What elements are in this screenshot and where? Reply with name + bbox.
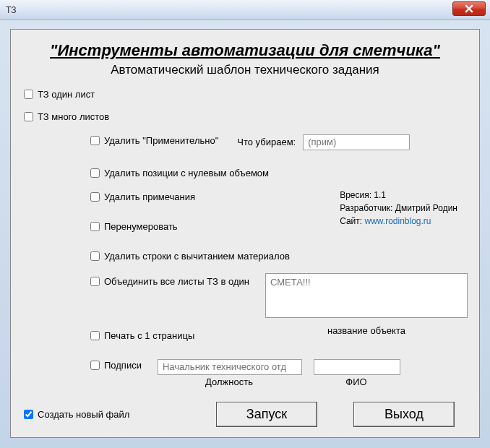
checkbox-del-minus-mat[interactable] xyxy=(90,251,100,261)
label-position: Должность xyxy=(157,376,301,387)
input-what-remove[interactable] xyxy=(303,134,410,150)
run-button[interactable]: Запуск xyxy=(216,402,317,427)
label-signatures: Подписи xyxy=(104,360,142,371)
close-button[interactable] xyxy=(452,1,486,16)
checkbox-many-sheets[interactable] xyxy=(24,112,33,121)
row-signatures: Подписи xyxy=(87,358,469,375)
checkbox-merge[interactable] xyxy=(90,277,100,286)
checkbox-one-sheet[interactable] xyxy=(24,90,33,99)
exit-button[interactable]: Выход xyxy=(353,402,455,427)
label-create-new: Создать новый файл xyxy=(38,409,129,420)
label-many-sheets: ТЗ много листов xyxy=(38,111,109,122)
checkbox-signatures[interactable] xyxy=(90,361,100,370)
info-site-label: Сайт: xyxy=(340,216,364,226)
label-del-notes: Удалить примечания xyxy=(104,191,195,202)
window-title: ТЗ xyxy=(6,5,16,15)
label-del-minus-mat: Удалить строки с вычитанием материалов xyxy=(104,251,290,262)
checkbox-renumber[interactable] xyxy=(90,222,100,231)
close-icon xyxy=(465,4,473,13)
label-fio: ФИО xyxy=(313,376,400,387)
main-panel: "Инструменты автоматизации для сметчика"… xyxy=(10,29,480,438)
input-fio[interactable] xyxy=(314,359,400,375)
label-object-name: название объекта xyxy=(265,325,468,336)
bottom-row: Создать новый файл Запуск Выход xyxy=(21,402,469,427)
input-position[interactable] xyxy=(158,359,302,375)
info-block: Вресия: 1.1 Разработчик: Дмитрий Родин С… xyxy=(340,189,457,228)
check-del-minus-mat[interactable]: Удалить строки с вычитанием материалов xyxy=(87,249,469,263)
check-many-sheets[interactable]: ТЗ много листов xyxy=(21,110,469,124)
checkbox-print-from1[interactable] xyxy=(90,331,100,340)
window-titlebar: ТЗ xyxy=(0,0,490,20)
textarea-object[interactable] xyxy=(265,273,468,318)
button-group: Запуск Выход xyxy=(216,402,455,427)
check-del-approx[interactable]: Удалить "Применительно" xyxy=(87,134,218,147)
row-del-approx: Удалить "Применительно" Что убираем: xyxy=(87,134,469,150)
check-del-zero[interactable]: Удалить позиции с нулевым объемом xyxy=(87,166,469,180)
app-subtitle: Автоматический шаблон технического задан… xyxy=(21,63,469,77)
checkbox-del-zero[interactable] xyxy=(90,168,100,178)
info-developer: Разработчик: Дмитрий Родин xyxy=(340,202,457,215)
checkbox-del-approx[interactable] xyxy=(90,136,100,145)
checkbox-create-new[interactable] xyxy=(24,410,33,419)
sign-caption-row: Должность ФИО xyxy=(157,376,469,387)
row-merge: Объединить все листы ТЗ в один название … xyxy=(87,273,469,336)
label-merge: Объединить все листы ТЗ в один xyxy=(104,276,249,287)
checkbox-del-notes[interactable] xyxy=(90,192,100,202)
check-merge[interactable]: Объединить все листы ТЗ в один xyxy=(87,275,249,288)
app-title: "Инструменты автоматизации для сметчика" xyxy=(21,41,469,60)
check-create-new[interactable]: Создать новый файл xyxy=(21,408,129,421)
check-one-sheet[interactable]: ТЗ один лист xyxy=(21,87,469,101)
label-del-approx: Удалить "Применительно" xyxy=(104,135,218,146)
label-one-sheet: ТЗ один лист xyxy=(38,89,95,100)
label-print-from1: Печать с 1 страницы xyxy=(104,330,194,341)
label-renumber: Перенумеровать xyxy=(104,221,178,232)
check-signatures[interactable]: Подписи xyxy=(87,358,142,372)
label-del-zero: Удалить позиции с нулевым объемом xyxy=(104,168,269,178)
info-version: Вресия: 1.1 xyxy=(340,189,457,202)
info-site-link[interactable]: www.rodinblog.ru xyxy=(364,216,431,226)
label-what-remove: Что убираем: xyxy=(237,137,296,147)
